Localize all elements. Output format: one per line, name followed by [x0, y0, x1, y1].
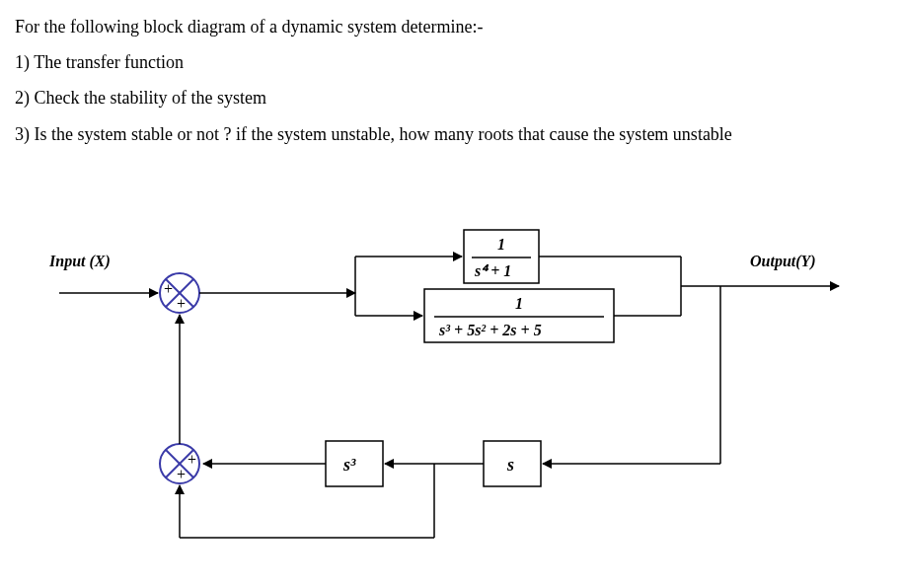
sum1-plus-bottom: + — [177, 295, 186, 312]
g2-denominator: s³ + 5s² + 2s + 5 — [438, 322, 542, 338]
problem-statement: For the following block diagram of a dyn… — [15, 10, 888, 151]
sum1-plus-left: + — [164, 280, 173, 297]
question-1: 1) The transfer function — [15, 45, 888, 79]
sum2-plus-bottom: + — [177, 466, 186, 482]
problem-heading: For the following block diagram of a dyn… — [15, 10, 888, 43]
h2-label: s³ — [342, 455, 356, 475]
question-3: 3) Is the system stable or not ? if the … — [15, 117, 888, 151]
h1-label: s — [506, 455, 514, 475]
block-h2-s3: s³ — [326, 441, 383, 486]
block-g2: 1 s³ + 5s² + 2s + 5 — [424, 289, 614, 342]
g1-denominator: s⁴ + 1 — [474, 262, 511, 279]
block-g1: 1 s⁴ + 1 — [464, 230, 539, 283]
g1-numerator: 1 — [497, 236, 505, 253]
g2-numerator: 1 — [515, 295, 523, 312]
block-h1-s: s — [484, 441, 541, 486]
output-label: Output(Y) — [750, 253, 816, 270]
input-label: Input (X) — [48, 253, 111, 270]
sum2-plus-right: + — [188, 451, 196, 468]
summing-junction-1: + + — [160, 273, 199, 313]
question-2: 2) Check the stability of the system — [15, 81, 888, 114]
summing-junction-2: + + — [160, 444, 199, 483]
block-diagram: Input (X) + + 1 s⁴ + 1 1 s³ + 5s² + 2s +… — [30, 222, 878, 577]
